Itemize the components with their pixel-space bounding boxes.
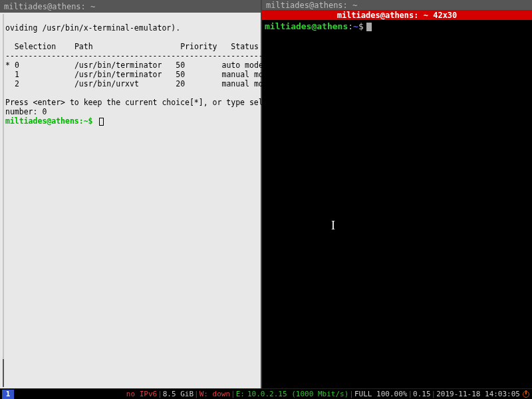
right-cursor [366, 23, 372, 31]
status-mem: 8.5 GiB [163, 390, 194, 398]
row-sel: 2 [15, 79, 19, 88]
right-titlebar-dark: miltiades@athens: ~ [262, 0, 532, 10]
col-status: Status [231, 42, 259, 51]
left-title-text: miltiades@athens: ~ [4, 2, 95, 11]
right-prompt-dollar: $ [358, 21, 364, 31]
status-eth-val: 10.0.2.15 (1000 Mbit/s) [247, 390, 348, 398]
col-selection: Selection [15, 42, 56, 51]
left-titlebar: miltiades@athens: ~ [0, 0, 261, 13]
number-line: number: 0 [5, 107, 47, 116]
text-cursor-ibeam-icon: I [331, 221, 335, 231]
row-path: /usr/bin/terminator [74, 70, 162, 79]
row-status: auto mode [222, 61, 263, 70]
row-prio: 50 [176, 61, 185, 70]
status-battery: FULL 100.00% [354, 390, 407, 398]
sep: | [194, 390, 199, 398]
row-prio: 20 [176, 79, 185, 88]
workspace-number: 1 [6, 390, 11, 398]
row-mark [5, 79, 10, 88]
sep: | [158, 390, 162, 398]
output-line: oviding /usr/bin/x-terminal-emulator). [5, 23, 180, 33]
status-load: 0.15 [413, 390, 431, 398]
status-wifi: W: down [200, 390, 230, 398]
status-datetime: 2019-11-18 14:03:05 [436, 390, 520, 398]
row-mark [5, 70, 10, 79]
desktop: miltiades@athens: ~ oviding /usr/bin/x-t… [0, 0, 532, 388]
col-path: Path [74, 42, 93, 51]
right-prompt-colon: : [348, 21, 353, 31]
left-terminal-content[interactable]: oviding /usr/bin/x-terminal-emulator). S… [4, 14, 291, 387]
row-path: /usr/bin/urxvt [74, 79, 139, 88]
sep: | [408, 390, 412, 398]
sep: | [231, 390, 235, 398]
row-prio: 50 [176, 70, 185, 79]
right-title-dark-text: miltiades@athens: ~ [266, 1, 357, 10]
right-title-red-text: miltiades@athens: ~ 42x30 [337, 11, 458, 20]
right-terminal[interactable]: miltiades@athens: ~ miltiades@athens: ~ … [262, 0, 532, 388]
row-sel: 0 [15, 61, 19, 70]
left-prompt: miltiades@athens:~$ [5, 116, 93, 126]
status-ipv6: no IPv6 [126, 390, 157, 398]
row-mark: * [5, 61, 10, 70]
power-icon[interactable] [523, 391, 529, 398]
right-prompt-userhost: miltiades@athens [265, 21, 348, 31]
col-priority: Priority [180, 42, 217, 51]
left-terminal-body[interactable]: oviding /usr/bin/x-terminal-emulator). S… [0, 13, 261, 388]
press-enter-line: Press <enter> to keep the current choice… [5, 98, 291, 107]
statusbar: 1 no IPv6 | 8.5 GiB | W: down | E: 10.0.… [0, 388, 532, 399]
status-eth-label: E: [236, 390, 245, 398]
right-prompt-path: ~ [353, 21, 358, 31]
sep: | [349, 390, 354, 398]
left-terminal[interactable]: miltiades@athens: ~ oviding /usr/bin/x-t… [0, 0, 262, 388]
row-path: /usr/bin/terminator [74, 61, 162, 70]
right-titlebar-red: miltiades@athens: ~ 42x30 [262, 10, 532, 20]
row-sel: 1 [15, 70, 19, 79]
sep: | [432, 390, 436, 398]
right-terminal-body[interactable]: miltiades@athens:~$ I [262, 20, 532, 388]
left-cursor [99, 118, 104, 126]
workspace-badge[interactable]: 1 [2, 390, 14, 399]
